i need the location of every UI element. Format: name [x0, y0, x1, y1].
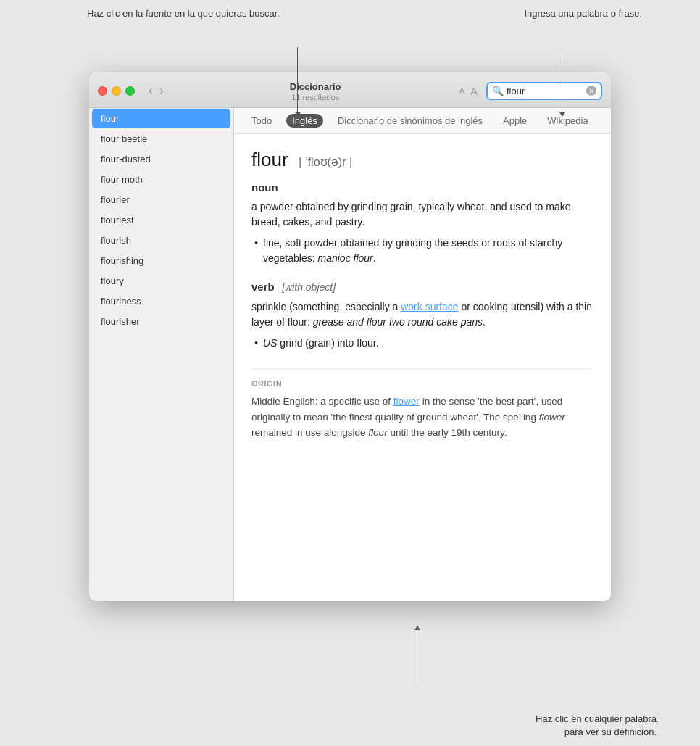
close-button[interactable]: [98, 86, 107, 96]
sidebar-item-label: flourish: [101, 235, 131, 246]
noun-definition-bullet: fine, soft powder obtained by grinding t…: [263, 236, 593, 266]
search-icon: 🔍: [492, 86, 504, 96]
sidebar-item-flouriest[interactable]: flouriest: [92, 210, 230, 230]
tab-todo[interactable]: Todo: [246, 114, 278, 128]
sidebar-item-label: flourier: [101, 194, 130, 205]
sidebar-item-flourish[interactable]: flourish: [92, 231, 230, 250]
verb-bullet-pre: US: [263, 337, 280, 349]
forward-button[interactable]: ›: [157, 84, 165, 97]
entry-pronunciation: | ˈfloʊ(ə)r |: [299, 156, 352, 168]
sidebar-item-flourisher[interactable]: flourisher: [92, 312, 230, 331]
verb-definition-bullet: US grind (grain) into flour.: [263, 336, 593, 351]
arrow-source: [297, 47, 298, 112]
origin-final: until the early 19th century.: [388, 427, 507, 438]
annotation-bottom-right-text: Haz clic en cualquier palabrapara ver su…: [536, 713, 657, 737]
search-clear-button[interactable]: ✕: [586, 86, 596, 96]
main-area: flour flour beetle flour-dusted flour mo…: [89, 108, 611, 601]
sidebar-item-label: flourishing: [101, 255, 143, 266]
verb-def-pre: sprinkle (something, especially a: [251, 301, 401, 312]
noun-bullet-text: fine, soft powder obtained by grinding t…: [263, 237, 562, 264]
minimize-button[interactable]: [112, 86, 121, 96]
sidebar-item-label: flour-dusted: [101, 154, 151, 165]
noun-bullet-end: .: [373, 252, 376, 264]
filter-tabs: Todo Inglés Diccionario de sinónimos de …: [234, 108, 611, 134]
verb-label-text: verb: [251, 281, 275, 293]
origin-italic2: flour: [368, 427, 387, 438]
annotation-top-right: Ingresa una palabra o frase.: [524, 7, 642, 20]
tab-sinonimos[interactable]: Diccionario de sinónimos de inglés: [332, 114, 488, 128]
arrow-bottom: [417, 630, 417, 688]
sidebar-item-flour-beetle[interactable]: flour beetle: [92, 129, 230, 149]
annotation-top-right-text: Ingresa una palabra o frase.: [524, 8, 642, 19]
verb-definition-main: sprinkle (something, especially a work s…: [251, 299, 593, 330]
origin-label: ORIGIN: [251, 379, 593, 388]
sidebar-item-label: flour beetle: [101, 133, 147, 144]
arrow-right: [562, 47, 562, 112]
nav-buttons: ‹ ›: [146, 84, 166, 97]
noun-label-text: noun: [251, 181, 278, 194]
tab-apple[interactable]: Apple: [497, 114, 533, 128]
annotation-top-left: Haz clic en la fuente en la que quieras …: [87, 7, 280, 20]
noun-pos-label: noun: [251, 181, 593, 194]
origin-link[interactable]: flower: [393, 396, 420, 407]
sidebar-item-label: flour: [101, 113, 119, 124]
dictionary-entry: flour | ˈfloʊ(ə)r | noun a powder obtain…: [234, 134, 611, 455]
sidebar-item-flour-dusted[interactable]: flour-dusted: [92, 149, 230, 169]
sidebar-item-label: flour moth: [101, 174, 143, 185]
sidebar: flour flour beetle flour-dusted flour mo…: [89, 108, 234, 601]
verb-bullet-main: grind (grain) into flour.: [280, 337, 378, 349]
traffic-lights: [98, 86, 135, 96]
verb-section: verb [with object]: [251, 281, 593, 294]
font-decrease-button[interactable]: A: [459, 86, 464, 95]
sidebar-item-flourier[interactable]: flourier: [92, 190, 230, 210]
sidebar-item-label: flouriness: [101, 296, 141, 307]
maximize-button[interactable]: [125, 86, 135, 96]
noun-definition-main: a powder obtained by grinding grain, typ…: [251, 199, 593, 230]
search-input[interactable]: [507, 86, 586, 96]
sidebar-item-flourishing[interactable]: flourishing: [92, 251, 230, 270]
sidebar-item-flour-moth[interactable]: flour moth: [92, 170, 230, 189]
title-bar: ‹ › Diccionario 11 resultados A A 🔍 ✕: [89, 72, 611, 108]
window-subtitle: 11 resultados: [172, 93, 459, 101]
content-area: Todo Inglés Diccionario de sinónimos de …: [234, 108, 611, 601]
sidebar-item-floury[interactable]: floury: [92, 271, 230, 291]
dictionary-window: ‹ › Diccionario 11 resultados A A 🔍 ✕ fl…: [89, 72, 611, 601]
annotation-bottom-right: Haz clic en cualquier palabrapara ver su…: [536, 713, 657, 739]
tab-wikipedia[interactable]: Wikipedia: [541, 114, 593, 128]
verb-def-end: .: [483, 316, 486, 328]
tab-ingles[interactable]: Inglés: [286, 114, 323, 128]
verb-def-link[interactable]: work surface: [401, 301, 458, 312]
back-button[interactable]: ‹: [146, 84, 154, 97]
verb-qualifier-text: [with object]: [282, 281, 336, 293]
origin-italic: flower: [539, 412, 565, 423]
origin-text: Middle English: a specific use of flower…: [251, 394, 593, 441]
sidebar-item-flouriness[interactable]: flouriness: [92, 291, 230, 311]
search-box: 🔍 ✕: [486, 82, 602, 100]
entry-header: flour | ˈfloʊ(ə)r |: [251, 149, 593, 171]
noun-bullet-example: manioc flour: [318, 252, 373, 264]
sidebar-item-label: flouriest: [101, 215, 134, 225]
font-increase-button[interactable]: A: [470, 85, 478, 97]
title-area: Diccionario 11 resultados: [172, 80, 459, 101]
annotation-top-left-text: Haz clic en la fuente en la que quieras …: [87, 8, 280, 19]
sidebar-item-label: flourisher: [101, 316, 139, 327]
sidebar-item-label: floury: [101, 275, 124, 286]
entry-word: flour: [251, 149, 288, 170]
sidebar-item-flour[interactable]: flour: [92, 109, 230, 128]
origin-end: remained in use alongside: [251, 427, 368, 438]
font-size-controls: A A: [459, 85, 478, 97]
verb-def-example: grease and flour two round cake pans: [313, 316, 483, 328]
origin-section: ORIGIN Middle English: a specific use of…: [251, 368, 593, 441]
origin-pre: Middle English: a specific use of: [251, 396, 393, 407]
